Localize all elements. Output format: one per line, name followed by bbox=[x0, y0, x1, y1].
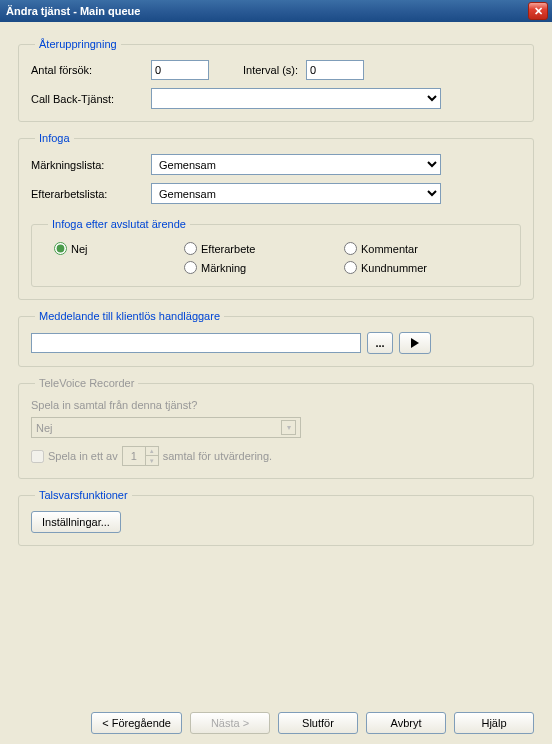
radio-nej[interactable]: Nej bbox=[54, 242, 184, 255]
radio-label: Efterarbete bbox=[201, 243, 255, 255]
footer-buttons: < Föregående Nästa > Slutför Avbryt Hjäl… bbox=[18, 704, 534, 734]
radio-markning[interactable]: Märkning bbox=[184, 261, 344, 274]
radio-label: Kundnummer bbox=[361, 262, 427, 274]
radio-input-markning[interactable] bbox=[184, 261, 197, 274]
radio-label: Kommentar bbox=[361, 243, 418, 255]
group-ateruppringning: Återuppringning Antal försök: Interval (… bbox=[18, 38, 534, 122]
chevron-up-icon: ▲ bbox=[146, 447, 158, 456]
group-talsvar: Talsvarsfunktioner Inställningar... bbox=[18, 489, 534, 546]
group-legend: TeleVoice Recorder bbox=[35, 377, 138, 389]
chevron-down-icon: ▾ bbox=[281, 420, 296, 435]
prev-button[interactable]: < Föregående bbox=[91, 712, 182, 734]
label-markningslista: Märkningslista: bbox=[31, 159, 151, 171]
input-meddelande[interactable] bbox=[31, 333, 361, 353]
radio-kommentar[interactable]: Kommentar bbox=[344, 242, 504, 255]
spinner-value: 1 bbox=[123, 450, 145, 462]
group-legend: Infoga bbox=[35, 132, 74, 144]
browse-button[interactable]: ... bbox=[367, 332, 393, 354]
input-interval[interactable] bbox=[306, 60, 364, 80]
input-antal[interactable] bbox=[151, 60, 209, 80]
select-efterarbetslista[interactable]: Gemensam bbox=[151, 183, 441, 204]
group-legend: Meddelande till klientlös handläggare bbox=[35, 310, 224, 322]
dialog-body: Återuppringning Antal försök: Interval (… bbox=[0, 22, 552, 744]
finish-button[interactable]: Slutför bbox=[278, 712, 358, 734]
ellipsis-icon: ... bbox=[375, 337, 384, 349]
chevron-down-icon: ▼ bbox=[146, 456, 158, 465]
radio-kundnummer[interactable]: Kundnummer bbox=[344, 261, 504, 274]
radio-input-nej[interactable] bbox=[54, 242, 67, 255]
label-antal: Antal försök: bbox=[31, 64, 151, 76]
select-callback[interactable] bbox=[151, 88, 441, 109]
group-infoga-efter: Infoga efter avslutat ärende Nej Efterar… bbox=[31, 218, 521, 287]
label-efterarbetslista: Efterarbetslista: bbox=[31, 188, 151, 200]
window-title: Ändra tjänst - Main queue bbox=[6, 5, 528, 17]
group-meddelande: Meddelande till klientlös handläggare ..… bbox=[18, 310, 534, 367]
radio-label: Nej bbox=[71, 243, 88, 255]
label-interval: Interval (s): bbox=[243, 64, 298, 76]
play-button[interactable] bbox=[399, 332, 431, 354]
select-markningslista[interactable]: Gemensam bbox=[151, 154, 441, 175]
radio-input-kundnummer[interactable] bbox=[344, 261, 357, 274]
radio-input-kommentar[interactable] bbox=[344, 242, 357, 255]
installningar-button[interactable]: Inställningar... bbox=[31, 511, 121, 533]
content-area: Återuppringning Antal försök: Interval (… bbox=[18, 38, 534, 704]
label-recorder-question: Spela in samtal från denna tjänst? bbox=[31, 399, 521, 411]
group-infoga: Infoga Märkningslista: Gemensam Efterarb… bbox=[18, 132, 534, 300]
label-chk-post: samtal för utvärdering. bbox=[163, 450, 272, 462]
help-button[interactable]: Hjälp bbox=[454, 712, 534, 734]
group-legend: Infoga efter avslutat ärende bbox=[48, 218, 190, 230]
group-legend: Talsvarsfunktioner bbox=[35, 489, 132, 501]
next-button: Nästa > bbox=[190, 712, 270, 734]
close-icon: ✕ bbox=[534, 5, 543, 18]
titlebar: Ändra tjänst - Main queue ✕ bbox=[0, 0, 552, 22]
close-button[interactable]: ✕ bbox=[528, 2, 548, 20]
select-value: Nej bbox=[36, 422, 53, 434]
checkbox-sample bbox=[31, 450, 44, 463]
group-legend: Återuppringning bbox=[35, 38, 121, 50]
radio-efterarbete[interactable]: Efterarbete bbox=[184, 242, 344, 255]
select-recorder-disabled: Nej ▾ bbox=[31, 417, 301, 438]
radio-label: Märkning bbox=[201, 262, 246, 274]
group-recorder: TeleVoice Recorder Spela in samtal från … bbox=[18, 377, 534, 479]
spinner-sample: 1 ▲ ▼ bbox=[122, 446, 159, 466]
label-chk-pre: Spela in ett av bbox=[48, 450, 118, 462]
radio-input-efterarbete[interactable] bbox=[184, 242, 197, 255]
label-callback: Call Back-Tjänst: bbox=[31, 93, 151, 105]
play-icon bbox=[411, 338, 419, 348]
cancel-button[interactable]: Avbryt bbox=[366, 712, 446, 734]
